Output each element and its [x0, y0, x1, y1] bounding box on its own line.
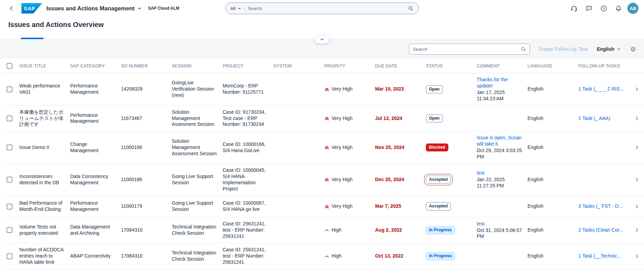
followup-tasks-link[interactable]: 3 Tasks (_ FST - D...: [578, 203, 623, 209]
row-nav-chevron-icon[interactable]: [634, 254, 640, 259]
select-all-checkbox[interactable]: [7, 63, 12, 69]
expand-header-button[interactable]: [315, 35, 330, 44]
table-search-input[interactable]: [413, 47, 518, 52]
cell-session: GoingLive Verification Session (new): [172, 80, 223, 99]
search-icon[interactable]: [408, 6, 414, 11]
cell-sap-category: Performance Management: [70, 112, 121, 125]
cell-session: Technical Integration Check Session: [172, 224, 223, 236]
column-header-project[interactable]: PROJECT: [223, 64, 273, 68]
column-header-comment[interactable]: COMMENT: [477, 64, 528, 68]
table-row[interactable]: Issue Demo II Change Management 11000166…: [4, 131, 644, 164]
comment-link[interactable]: test: [477, 221, 523, 227]
priority-icon: [324, 204, 329, 209]
settings-button[interactable]: [630, 46, 636, 53]
status-cell: Blocked: [426, 143, 477, 151]
comment-link[interactable]: Thanks for the update!: [477, 77, 523, 89]
column-header-sap-category[interactable]: SAP CATEGORY: [70, 64, 121, 68]
create-followup-task-button[interactable]: Create Follow-Up Task: [539, 46, 588, 52]
status-badge: Open: [426, 114, 443, 122]
followup-tasks-link[interactable]: 1 Task (_ _ _ Z RIS...: [578, 86, 624, 92]
column-header-status[interactable]: STATUS: [426, 64, 477, 68]
language-select[interactable]: English: [597, 46, 621, 52]
cell-comment: Thanks for the update! Jan 17, 2025 11:3…: [477, 77, 528, 102]
cell-priority: Very High: [324, 145, 375, 151]
comment-date: Oct 29, 2024 3:03:25 PM: [477, 148, 523, 160]
language-value: English: [597, 46, 614, 52]
table-row[interactable]: Number of ACDOCA entries reach to HANA t…: [4, 243, 644, 269]
priority-label: Very High: [332, 177, 353, 183]
column-header-priority[interactable]: PRIORITY: [324, 64, 375, 68]
status-badge: In Progress: [426, 252, 455, 260]
row-nav-chevron-icon[interactable]: [634, 227, 640, 233]
cell-priority: Very High: [324, 177, 375, 183]
priority-icon: [324, 177, 329, 182]
cell-so-number: 17084310: [121, 227, 172, 233]
cell-followup-tasks: 1 Task (_ _ _ Z RIS...: [578, 86, 634, 92]
cell-priority: High: [324, 253, 375, 259]
row-nav-chevron-icon[interactable]: [634, 204, 640, 209]
column-header-language[interactable]: LANGUAGE: [528, 64, 578, 68]
row-checkbox[interactable]: [7, 177, 12, 183]
help-button[interactable]: ?: [598, 2, 609, 14]
cell-issue-title: 本稼働を想定したボリュームテストが未計画です: [19, 109, 70, 128]
shell-search-input[interactable]: [248, 6, 405, 11]
followup-tasks-link[interactable]: 1 Task (_ AAA): [578, 115, 610, 121]
row-nav-chevron-icon[interactable]: [634, 87, 640, 92]
row-nav-chevron-icon[interactable]: [634, 177, 640, 182]
cell-sap-category: Performance Management: [70, 83, 121, 95]
search-scope-select[interactable]: All: [231, 6, 241, 11]
cell-priority: High: [324, 227, 375, 233]
shell-search-bar[interactable]: All: [225, 2, 419, 14]
cell-due-date: Mar 7, 2025: [375, 203, 426, 210]
cell-comment: test Oct 31, 2024 5:06:57 PM: [477, 221, 528, 240]
cell-sap-category: Data Consistency Management: [70, 174, 121, 186]
row-checkbox[interactable]: [7, 115, 12, 121]
column-header-due-date[interactable]: DUE DATE: [375, 64, 426, 68]
table-row[interactable]: Bad Performance of Month-End-Closing Per…: [4, 196, 644, 217]
followup-tasks-link[interactable]: 1 Task (__Technic...: [578, 253, 621, 259]
cell-project: Case ID: 10000067, S/4 HANA go live: [223, 200, 273, 213]
status-badge: Open: [426, 85, 443, 93]
column-header-session[interactable]: SESSION: [172, 64, 223, 68]
app-title: Issues and Actions Management: [46, 5, 134, 12]
comment-link[interactable]: Issue is open, Susan will take it.: [477, 135, 523, 147]
chevron-down-icon: [617, 47, 621, 51]
issues-table: ISSUE TITLE SAP CATEGORY SO NUMBER SESSI…: [0, 59, 644, 270]
cell-language: English: [528, 86, 578, 92]
back-button[interactable]: [6, 2, 17, 14]
row-checkbox[interactable]: [7, 253, 12, 259]
notifications-button[interactable]: [613, 2, 624, 14]
column-header-system[interactable]: SYSTEM: [273, 64, 324, 68]
table-row[interactable]: 本稼働を想定したボリュームテストが未計画です Performance Manag…: [4, 106, 644, 132]
row-nav-chevron-icon[interactable]: [634, 116, 640, 121]
cell-project: Case ID: 25631241, test - ERP Number: 25…: [223, 221, 273, 240]
cell-due-date: Aug 2, 2022: [375, 227, 426, 233]
app-title-menu[interactable]: Issues and Actions Management: [46, 5, 142, 12]
status-cell: Open: [426, 85, 477, 93]
followup-tasks-link[interactable]: 2 Tasks (Clean Cor...: [578, 227, 623, 233]
cell-sap-category: ABAP Connectivity: [70, 253, 121, 259]
comment-link[interactable]: test: [477, 170, 523, 176]
table-row[interactable]: Volume Tests not properly executed Data …: [4, 217, 644, 244]
column-header-followup-tasks[interactable]: FOLLOW-UP TASKS: [578, 64, 634, 68]
column-header-so-number[interactable]: SO NUMBER: [121, 64, 172, 68]
cell-so-number: 14208329: [121, 86, 172, 92]
search-icon[interactable]: [521, 46, 526, 52]
row-checkbox[interactable]: [7, 86, 12, 92]
chevron-down-icon: [237, 7, 241, 10]
row-checkbox[interactable]: [7, 145, 12, 150]
headset-icon: [570, 5, 578, 12]
table-row[interactable]: Weak performance VA01 Performance Manage…: [4, 73, 644, 106]
table-search-box[interactable]: [409, 44, 530, 55]
table-row[interactable]: Inconsistencies detected in the DB Data …: [4, 164, 644, 196]
support-button[interactable]: [568, 2, 580, 14]
feedback-button[interactable]: [583, 2, 595, 14]
priority-icon: [324, 254, 329, 259]
column-header-issue-title[interactable]: ISSUE TITLE: [19, 64, 70, 68]
row-nav-chevron-icon[interactable]: [634, 145, 640, 150]
row-checkbox[interactable]: [7, 227, 12, 233]
shell-left-group: SAP Issues and Actions Management SAP Cl…: [6, 2, 179, 14]
cell-so-number: 11673467: [121, 115, 172, 122]
row-checkbox[interactable]: [7, 204, 12, 210]
avatar[interactable]: AB: [627, 3, 638, 14]
